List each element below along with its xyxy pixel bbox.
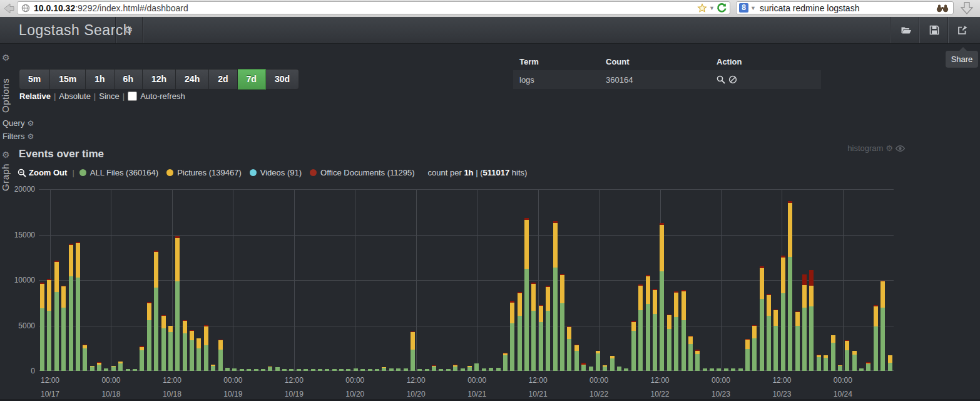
bar-segment-all-files[interactable] — [866, 364, 870, 371]
bookmark-dropdown-icon[interactable]: ▼ — [709, 5, 715, 11]
bar-segment-pictures[interactable] — [183, 321, 187, 333]
bar-segment-pictures[interactable] — [61, 286, 66, 308]
bar-segment-all-files[interactable] — [118, 363, 123, 371]
bar-segment-all-files[interactable] — [760, 299, 764, 371]
bar-segment-all-files[interactable] — [496, 368, 501, 372]
bar-segment-pictures[interactable] — [866, 363, 870, 364]
bar-segment-office-documents[interactable] — [97, 362, 101, 363]
bar-segment-office-documents[interactable] — [546, 286, 550, 287]
bar-segment-office-documents[interactable] — [61, 286, 66, 286]
bar-segment-all-files[interactable] — [482, 368, 486, 371]
time-range-button-5m[interactable]: 5m — [19, 69, 50, 90]
bar-segment-office-documents[interactable] — [646, 275, 650, 276]
search-engine-icon[interactable]: 8 — [739, 3, 748, 13]
bar-segment-office-documents[interactable] — [204, 325, 208, 326]
term-search-icon[interactable] — [717, 75, 725, 84]
bar-segment-all-files[interactable] — [325, 369, 329, 371]
save-dashboard-floppy-icon[interactable] — [929, 24, 940, 36]
bar-segment-pictures[interactable] — [140, 347, 144, 351]
bar-segment-pictures[interactable] — [97, 363, 101, 365]
bar-segment-pictures[interactable] — [845, 341, 849, 350]
bar-segment-office-documents[interactable] — [83, 345, 87, 345]
bar-segment-office-documents[interactable] — [880, 281, 885, 281]
bar-segment-all-files[interactable] — [510, 323, 514, 371]
bar-segment-all-files[interactable] — [874, 326, 878, 371]
bar-segment-all-files[interactable] — [83, 348, 87, 371]
bar-segment-all-files[interactable] — [318, 369, 322, 371]
bar-segment-office-documents[interactable] — [667, 315, 671, 315]
bar-segment-all-files[interactable] — [539, 322, 543, 371]
bar-segment-all-files[interactable] — [560, 303, 564, 371]
bar-segment-pictures[interactable] — [880, 281, 885, 308]
bar-segment-all-files[interactable] — [731, 368, 735, 371]
bar-segment-all-files[interactable] — [546, 311, 550, 371]
bar-segment-office-documents[interactable] — [802, 274, 807, 285]
bar-segment-all-files[interactable] — [204, 345, 208, 371]
bar-segment-pictures[interactable] — [147, 303, 151, 320]
bar-segment-pictures[interactable] — [610, 356, 615, 358]
bar-segment-all-files[interactable] — [240, 369, 244, 371]
options-gear-icon[interactable]: ⚙ — [2, 53, 10, 63]
bar-segment-office-documents[interactable] — [411, 331, 415, 332]
bar-segment-pictures[interactable] — [817, 355, 821, 357]
bar-segment-all-files[interactable] — [289, 369, 293, 371]
bar-segment-all-files[interactable] — [175, 281, 180, 371]
bar-segment-pictures[interactable] — [190, 331, 194, 340]
bar-segment-office-documents[interactable] — [574, 345, 579, 345]
bar-segment-office-documents[interactable] — [809, 270, 814, 286]
bar-segment-office-documents[interactable] — [40, 283, 44, 284]
bar-segment-all-files[interactable] — [332, 369, 337, 371]
bar-segment-all-files[interactable] — [282, 369, 287, 371]
bar-segment-office-documents[interactable] — [54, 261, 59, 262]
bar-segment-pictures[interactable] — [681, 291, 686, 320]
bar-segment-all-files[interactable] — [474, 363, 479, 371]
bar-segment-pictures[interactable] — [631, 322, 636, 331]
bar-segment-office-documents[interactable] — [76, 242, 80, 243]
bar-segment-all-files[interactable] — [845, 350, 849, 371]
bar-segment-all-files[interactable] — [646, 304, 650, 371]
bar-segment-all-files[interactable] — [653, 314, 657, 371]
time-range-button-15m[interactable]: 15m — [50, 69, 86, 90]
bar-segment-pictures[interactable] — [524, 220, 529, 269]
load-dashboard-folder-icon[interactable] — [901, 24, 912, 36]
bar-segment-pictures[interactable] — [467, 366, 472, 367]
bar-segment-office-documents[interactable] — [745, 339, 750, 340]
bar-segment-office-documents[interactable] — [767, 294, 771, 295]
bar-segment-pictures[interactable] — [767, 295, 771, 316]
bar-segment-all-files[interactable] — [161, 328, 166, 371]
bar-segment-pictures[interactable] — [76, 243, 80, 278]
share-dashboard-icon[interactable] — [957, 24, 968, 36]
bar-segment-office-documents[interactable] — [581, 363, 586, 364]
bar-segment-all-files[interactable] — [425, 369, 429, 371]
bar-segment-all-files[interactable] — [724, 368, 728, 371]
bar-segment-pictures[interactable] — [831, 335, 835, 343]
bar-segment-all-files[interactable] — [660, 271, 664, 372]
bar-segment-pictures[interactable] — [745, 340, 750, 349]
bar-segment-all-files[interactable] — [368, 369, 372, 371]
bar-segment-all-files[interactable] — [147, 320, 151, 371]
bar-segment-pictures[interactable] — [218, 340, 223, 350]
bar-segment-pictures[interactable] — [824, 355, 828, 358]
browser-back-icon[interactable] — [2, 2, 16, 15]
bar-segment-pictures[interactable] — [118, 362, 123, 363]
legend-item-videos[interactable]: Videos (91) — [250, 168, 302, 177]
bar-segment-pictures[interactable] — [197, 338, 201, 348]
bar-segment-pictures[interactable] — [674, 293, 678, 317]
bar-segment-pictures[interactable] — [802, 285, 807, 308]
bar-segment-all-files[interactable] — [745, 349, 750, 371]
bar-segment-all-files[interactable] — [717, 368, 721, 371]
bar-segment-office-documents[interactable] — [866, 362, 870, 363]
time-mode-link-absolute[interactable]: Absolute — [59, 91, 91, 101]
bar-segment-all-files[interactable] — [382, 368, 386, 371]
bar-segment-all-files[interactable] — [852, 355, 857, 371]
bar-segment-all-files[interactable] — [360, 369, 365, 371]
bar-segment-all-files[interactable] — [304, 369, 308, 371]
bar-segment-all-files[interactable] — [859, 368, 864, 371]
query-gear-icon[interactable]: ⚙ — [27, 119, 34, 128]
panel-visibility-eye-icon[interactable] — [896, 145, 905, 152]
bar-segment-office-documents[interactable] — [795, 311, 800, 312]
bar-segment-all-files[interactable] — [467, 367, 472, 371]
bar-segment-pictures[interactable] — [581, 365, 586, 366]
time-range-button-6h[interactable]: 6h — [115, 69, 143, 90]
bar-segment-office-documents[interactable] — [453, 365, 457, 365]
